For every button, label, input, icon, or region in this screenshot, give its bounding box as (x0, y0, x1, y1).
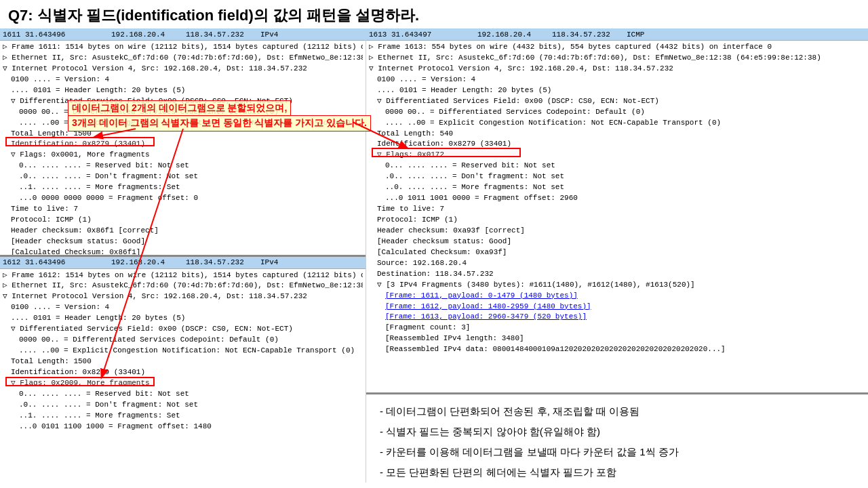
left-panel: 1611 31.643496 192.168.20.4 118.34.57.23… (0, 28, 366, 483)
packet-row-1613[interactable]: 1613 31.643497 192.168.20.4 118.34.57.23… (366, 28, 868, 41)
packet-row-1612[interactable]: 1612 31.643496 192.168.20.4 118.34.57.23… (0, 257, 366, 269)
question-header: Q7: 식별자 필드(identification field)의 값의 패턴을… (0, 0, 868, 28)
packet-detail-1613: ▷ Frame 1613: 554 bytes on wire (4432 bi… (366, 41, 868, 394)
right-panel: 1613 31.643497 192.168.20.4 118.34.57.23… (366, 28, 868, 483)
note-4: - 모든 단편화된 단편의 헤더에는 식별자 필드가 포함 (380, 462, 854, 483)
note-2: - 식별자 필드는 중복되지 않아야 함(유일해야 함) (380, 422, 854, 442)
bottom-notes: - 데이터그램이 단편화되어 전송된 후, 재조립할 때 이용됨 - 식별자 필… (366, 394, 854, 483)
packet-row-1611[interactable]: 1611 31.643496 192.168.20.4 118.34.57.23… (0, 28, 366, 41)
note-1: - 데이터그램이 단편화되어 전송된 후, 재조립할 때 이용됨 (380, 401, 854, 422)
packet-detail-1612: ▷ Frame 1612: 1514 bytes on wire (12112 … (0, 269, 366, 483)
packet-detail-1611: ▷ Frame 1611: 1514 bytes on wire (12112 … (0, 41, 366, 257)
note-3: - 카운터를 이용해 데이터그램을 보낼때 마다 카운터 값을 1씩 증가 (380, 442, 854, 462)
